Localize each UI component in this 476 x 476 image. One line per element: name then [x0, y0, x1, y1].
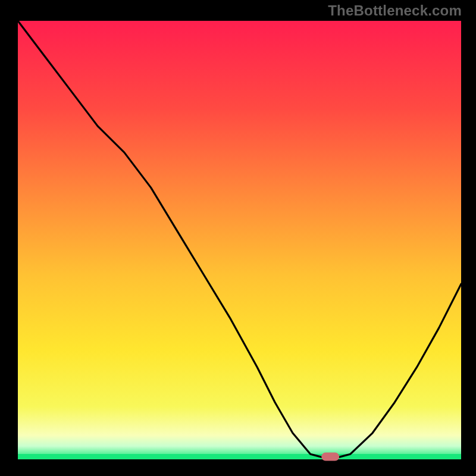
optimal-zone-strip: [18, 454, 461, 459]
plot-gradient-background: [18, 21, 461, 459]
chart-frame: TheBottleneck.com: [0, 0, 476, 476]
current-config-marker[interactable]: [321, 453, 339, 461]
bottleneck-chart: [0, 0, 476, 476]
